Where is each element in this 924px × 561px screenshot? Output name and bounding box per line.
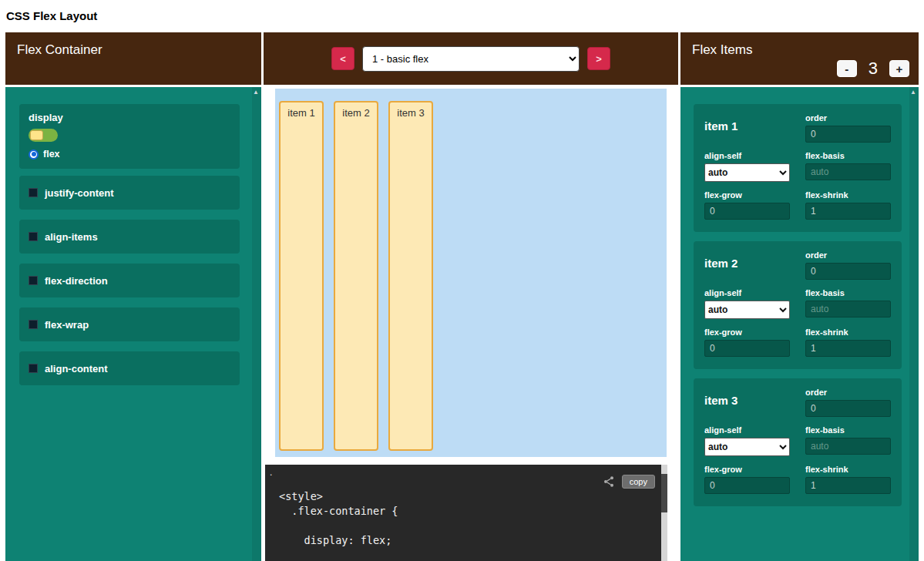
flex-container-preview: item 1 item 2 item 3 (275, 89, 667, 457)
prop-card-justify-content[interactable]: justify-content (19, 176, 240, 210)
align-self-label: align-self (704, 288, 790, 297)
flex-basis-input[interactable] (805, 301, 891, 317)
order-label: order (805, 113, 891, 123)
flex-shrink-input[interactable] (805, 203, 891, 220)
radio-label: flex (43, 149, 60, 160)
flex-shrink-input[interactable] (805, 340, 891, 357)
flex-shrink-input[interactable] (805, 477, 891, 494)
order-input[interactable] (805, 263, 891, 280)
align-self-select[interactable]: auto (704, 301, 790, 319)
prop-card-flex-direction[interactable]: flex-direction (19, 264, 240, 297)
prop-card-align-items[interactable]: align-items (19, 220, 240, 254)
item-card-title: item 1 (704, 113, 790, 143)
flex-basis-input[interactable] (805, 438, 891, 455)
preview-panel: < 1 - basic flex > item 1 item 2 item 3 … (264, 32, 678, 561)
copy-button[interactable]: copy (622, 475, 655, 489)
item-card-title: item 2 (704, 250, 790, 280)
checkbox-icon[interactable] (29, 276, 38, 285)
left-panel-scrollbar[interactable]: ▲ (252, 87, 261, 561)
flex-container-body: display flex justify-content align-items (5, 87, 261, 561)
checkbox-icon[interactable] (29, 188, 38, 197)
order-label: order (805, 250, 891, 260)
order-input[interactable] (805, 126, 891, 143)
example-nav-header: < 1 - basic flex > (264, 32, 678, 85)
flex-items-panel: Flex Items - 3 + item 1 order align-self… (680, 32, 919, 561)
flex-grow-input[interactable] (704, 203, 790, 220)
code-panel: . copy <style> .flex-container { display… (265, 465, 667, 561)
page-title: CSS Flex Layout (0, 0, 924, 32)
prop-label: justify-content (45, 187, 114, 199)
align-self-select[interactable]: auto (704, 163, 790, 182)
preview-flex-item: item 2 (334, 101, 378, 451)
flex-items-body: item 1 order align-self auto flex-basis … (680, 87, 919, 561)
align-self-label: align-self (704, 151, 790, 160)
flex-item-card-2: item 2 order align-self auto flex-basis … (694, 241, 902, 369)
flex-items-title: Flex Items (692, 42, 752, 57)
align-self-select[interactable]: auto (704, 438, 790, 456)
code-toolbar: copy (603, 475, 655, 489)
add-item-button[interactable]: + (889, 60, 909, 77)
flex-shrink-label: flex-shrink (805, 190, 891, 200)
main-layout: Flex Container display flex justify-cont… (0, 32, 924, 561)
display-toggle[interactable] (29, 129, 58, 142)
preview-flex-item: item 1 (279, 101, 324, 451)
flex-shrink-label: flex-shrink (805, 465, 891, 474)
checkbox-icon[interactable] (29, 320, 38, 329)
item-card-title: item 3 (704, 388, 790, 417)
flex-basis-input[interactable] (805, 163, 891, 180)
flex-grow-label: flex-grow (704, 190, 790, 200)
toggle-knob-icon (30, 130, 43, 140)
checkbox-icon[interactable] (29, 232, 38, 241)
preview-flex-item: item 3 (388, 101, 433, 451)
item-count-controls: - 3 + (837, 59, 909, 79)
display-card: display flex (19, 104, 240, 169)
flex-item-card-1: item 1 order align-self auto flex-basis … (694, 104, 902, 232)
prop-label: flex-wrap (45, 319, 89, 331)
item-count: 3 (869, 59, 878, 79)
scroll-up-icon: ▲ (253, 89, 259, 96)
align-self-label: align-self (704, 425, 790, 435)
next-example-button[interactable]: > (587, 47, 610, 70)
flex-basis-label: flex-basis (805, 288, 891, 297)
prop-label: flex-direction (45, 275, 108, 287)
prev-example-button[interactable]: < (331, 47, 354, 70)
prop-label: align-content (45, 363, 108, 375)
checkbox-icon[interactable] (29, 364, 38, 373)
remove-item-button[interactable]: - (837, 60, 857, 77)
flex-basis-label: flex-basis (805, 425, 891, 435)
example-select[interactable]: 1 - basic flex (362, 46, 580, 72)
display-flex-radio[interactable]: flex (29, 149, 230, 160)
flex-grow-input[interactable] (704, 477, 790, 494)
flex-container-header: Flex Container (5, 32, 261, 85)
flex-grow-label: flex-grow (704, 465, 790, 474)
flex-basis-label: flex-basis (805, 151, 891, 160)
code-scrollbar-thumb[interactable] (661, 474, 667, 512)
prop-label: align-items (45, 231, 98, 243)
code-dot: . (270, 467, 272, 478)
flex-items-header: Flex Items - 3 + (680, 32, 919, 85)
scroll-up-icon: ▲ (910, 89, 916, 96)
order-label: order (805, 388, 891, 397)
radio-checked-icon (29, 149, 39, 160)
flex-container-panel: Flex Container display flex justify-cont… (5, 32, 261, 561)
prop-card-flex-wrap[interactable]: flex-wrap (19, 307, 240, 341)
flex-grow-input[interactable] (704, 340, 790, 357)
share-icon[interactable] (603, 475, 615, 488)
flex-container-title: Flex Container (17, 42, 102, 57)
flex-item-card-3: item 3 order align-self auto flex-basis … (694, 378, 902, 506)
order-input[interactable] (805, 400, 891, 417)
flex-shrink-label: flex-shrink (805, 328, 891, 337)
code-scrollbar[interactable] (661, 465, 667, 561)
prop-card-align-content[interactable]: align-content (19, 351, 240, 385)
right-panel-scrollbar[interactable]: ▲ (909, 87, 919, 561)
display-label: display (29, 112, 230, 123)
flex-grow-label: flex-grow (704, 328, 790, 337)
